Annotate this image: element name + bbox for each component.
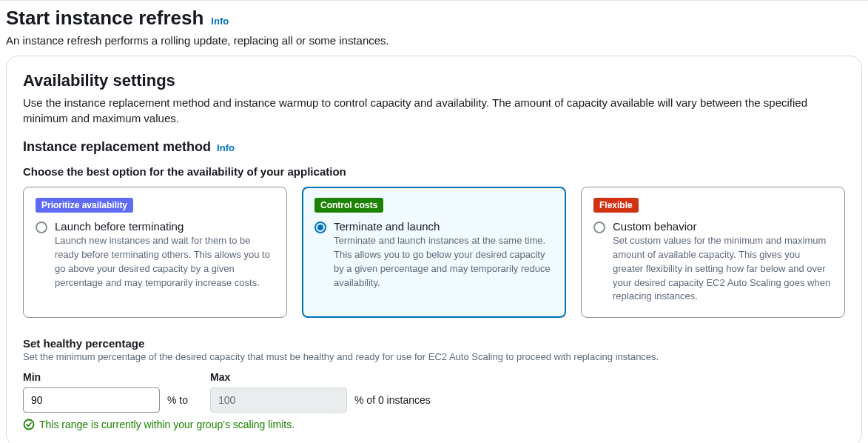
pct-to-text: % to bbox=[167, 394, 188, 406]
radio-terminate-and-launch[interactable] bbox=[314, 221, 326, 233]
availability-description: Use the instance replacement method and … bbox=[23, 95, 845, 126]
option-launch-before-terminating[interactable]: Prioritize availability Launch before te… bbox=[23, 187, 287, 318]
option-desc-terminate: Terminate and launch instances at the sa… bbox=[334, 234, 554, 290]
replacement-method-heading: Instance replacement method bbox=[23, 139, 211, 155]
badge-control-costs: Control costs bbox=[314, 198, 383, 213]
healthy-desc: Set the minimum percentage of the desire… bbox=[23, 351, 845, 362]
replacement-prompt: Choose the best option for the availabil… bbox=[23, 165, 845, 178]
check-circle-icon bbox=[23, 419, 35, 430]
min-col: Min % to bbox=[23, 371, 188, 413]
page-header: Start instance refresh Info An instance … bbox=[6, 7, 862, 47]
pct-of-text: % of 0 instances bbox=[354, 394, 431, 406]
page-subtitle: An instance refresh performs a rolling u… bbox=[6, 34, 862, 47]
radio-custom-behavior[interactable] bbox=[593, 221, 605, 233]
info-link-replacement[interactable]: Info bbox=[217, 142, 235, 153]
replacement-options: Prioritize availability Launch before te… bbox=[23, 187, 845, 318]
option-title-custom: Custom behavior bbox=[613, 220, 832, 233]
option-custom-behavior[interactable]: Flexible Custom behavior Set custom valu… bbox=[581, 187, 845, 318]
min-label: Min bbox=[23, 371, 188, 383]
scaling-limits-text: This range is currently within your grou… bbox=[39, 419, 295, 430]
option-desc-custom: Set custom values for the minimum and ma… bbox=[613, 234, 832, 304]
option-title-terminate: Terminate and launch bbox=[334, 220, 554, 233]
badge-flexible: Flexible bbox=[593, 198, 639, 213]
scaling-limits-status: This range is currently within your grou… bbox=[23, 419, 845, 430]
page-title: Start instance refresh bbox=[6, 7, 203, 30]
info-link-header[interactable]: Info bbox=[211, 16, 229, 27]
max-col: Max % of 0 instances bbox=[210, 371, 431, 413]
max-input bbox=[210, 387, 347, 413]
page-title-row: Start instance refresh Info bbox=[6, 7, 862, 30]
radio-launch-before-terminating[interactable] bbox=[36, 221, 47, 233]
availability-panel: Availability settings Use the instance r… bbox=[6, 56, 862, 443]
badge-prioritize-availability: Prioritize availability bbox=[36, 198, 133, 213]
min-input[interactable] bbox=[23, 387, 160, 413]
replacement-method-heading-row: Instance replacement method Info bbox=[23, 139, 845, 155]
option-desc-launch: Launch new instances and wait for them t… bbox=[55, 234, 275, 290]
availability-heading: Availability settings bbox=[23, 71, 845, 90]
option-terminate-and-launch[interactable]: Control costs Terminate and launch Termi… bbox=[302, 187, 566, 318]
max-label: Max bbox=[210, 371, 431, 383]
minmax-row: Min % to Max % of 0 instances bbox=[23, 371, 845, 413]
healthy-label: Set healthy percentage bbox=[23, 337, 845, 350]
option-title-launch: Launch before terminating bbox=[55, 220, 275, 233]
